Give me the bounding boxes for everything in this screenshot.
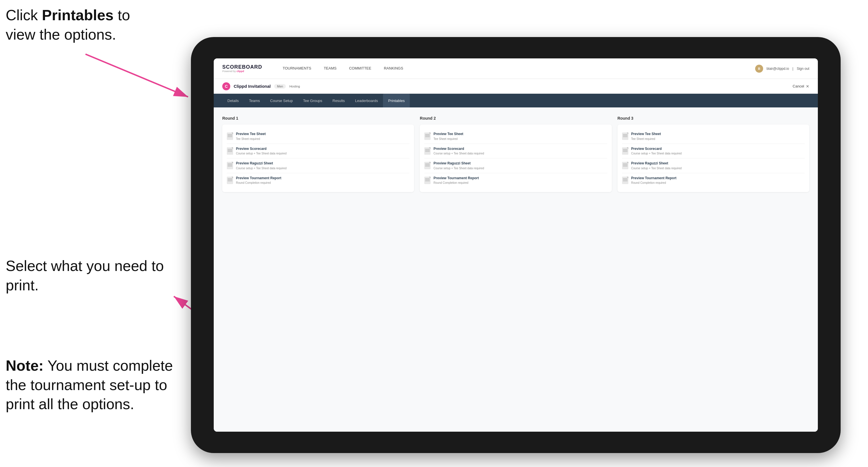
tab-teams[interactable]: Teams bbox=[244, 94, 265, 107]
tournament-name: Clippd Invitational bbox=[234, 84, 271, 89]
doc-icon bbox=[622, 147, 628, 155]
print-title: Preview Raguzzi Sheet bbox=[236, 161, 286, 166]
round-1-card: Preview Tee Sheet Tee Sheet required Pre… bbox=[222, 125, 414, 192]
hosting-badge: Hosting bbox=[289, 85, 300, 88]
round-1-title: Round 1 bbox=[222, 116, 414, 121]
doc-icon bbox=[227, 162, 233, 169]
cancel-x-icon[interactable]: ✕ bbox=[806, 84, 809, 89]
doc-icon bbox=[424, 147, 431, 155]
round-3-scorecard[interactable]: Preview Scorecard Course setup + Tee She… bbox=[622, 144, 805, 159]
round-2-column: Round 2 Preview Tee Sheet Tee Sheet requ… bbox=[420, 116, 612, 192]
tournament-badge: Men bbox=[274, 84, 286, 89]
tab-leaderboards[interactable]: Leaderboards bbox=[350, 94, 383, 107]
doc-icon bbox=[227, 132, 233, 140]
print-subtitle: Course setup + Tee Sheet data required bbox=[236, 152, 286, 155]
round-3-tee-sheet[interactable]: Preview Tee Sheet Tee Sheet required bbox=[622, 129, 805, 144]
nav-rankings[interactable]: RANKINGS bbox=[378, 58, 409, 79]
print-title: Preview Scorecard bbox=[433, 147, 484, 151]
tablet-screen: SCOREBOARD Powered by clippd TOURNAMENTS… bbox=[214, 58, 818, 432]
cancel-button[interactable]: Cancel bbox=[793, 84, 804, 88]
user-avatar: B bbox=[755, 65, 763, 73]
print-title: Preview Raguzzi Sheet bbox=[433, 161, 484, 166]
doc-icon bbox=[622, 177, 628, 184]
doc-icon bbox=[622, 162, 628, 169]
print-text: Preview Tournament Report Round Completi… bbox=[236, 176, 281, 185]
separator: | bbox=[793, 67, 793, 71]
annotation-middle: Select what you need to print. bbox=[6, 256, 182, 295]
main-nav-items: TOURNAMENTS TEAMS COMMITTEE RANKINGS bbox=[276, 58, 755, 79]
print-subtitle: Course setup + Tee Sheet data required bbox=[631, 152, 682, 155]
content-area: Round 1 Preview Tee Sheet Tee Sheet requ… bbox=[214, 107, 818, 432]
print-text: Preview Raguzzi Sheet Course setup + Tee… bbox=[433, 161, 484, 170]
print-subtitle: Round Completion required bbox=[631, 181, 677, 185]
print-title: Preview Scorecard bbox=[236, 147, 286, 151]
print-title: Preview Tournament Report bbox=[433, 176, 479, 181]
print-subtitle: Course setup + Tee Sheet data required bbox=[433, 152, 484, 155]
tab-printables[interactable]: Printables bbox=[383, 94, 410, 107]
sign-out-link[interactable]: Sign out bbox=[797, 67, 809, 71]
tablet-frame: SCOREBOARD Powered by clippd TOURNAMENTS… bbox=[191, 37, 841, 453]
secondary-nav: C Clippd Invitational Men Hosting Cancel… bbox=[214, 79, 818, 94]
doc-icon bbox=[424, 177, 431, 184]
round-3-column: Round 3 Preview Tee Sheet Tee Sheet requ… bbox=[618, 116, 809, 192]
print-subtitle: Tee Sheet required bbox=[236, 137, 266, 141]
annotation-bottom: Note: You must complete the tournament s… bbox=[6, 356, 191, 414]
print-text: Preview Tournament Report Round Completi… bbox=[631, 176, 677, 185]
nav-committee[interactable]: COMMITTEE bbox=[343, 58, 378, 79]
print-text: Preview Tee Sheet Tee Sheet required bbox=[631, 132, 661, 141]
tab-details[interactable]: Details bbox=[222, 94, 244, 107]
powered-by: Powered by clippd bbox=[222, 70, 262, 73]
app-title: SCOREBOARD bbox=[222, 64, 262, 70]
print-subtitle: Tee Sheet required bbox=[631, 137, 661, 141]
annotation-bold: Printables bbox=[42, 7, 114, 23]
print-title: Preview Scorecard bbox=[631, 147, 682, 151]
round-3-title: Round 3 bbox=[618, 116, 809, 121]
nav-teams[interactable]: TEAMS bbox=[317, 58, 343, 79]
annotation-top: Click Printables toview the options. bbox=[6, 6, 130, 44]
print-subtitle: Tee Sheet required bbox=[433, 137, 463, 141]
tab-nav: Details Teams Course Setup Tee Groups Re… bbox=[214, 94, 818, 107]
tab-tee-groups[interactable]: Tee Groups bbox=[298, 94, 328, 107]
arrow-top-icon bbox=[80, 49, 199, 105]
tab-course-setup[interactable]: Course Setup bbox=[265, 94, 298, 107]
round-1-raguzzi[interactable]: Preview Raguzzi Sheet Course setup + Tee… bbox=[227, 158, 409, 173]
print-subtitle: Round Completion required bbox=[433, 181, 479, 185]
print-title: Preview Tournament Report bbox=[236, 176, 281, 181]
doc-icon bbox=[424, 132, 431, 140]
nav-right: B blair@clippd.io | Sign out bbox=[755, 65, 809, 73]
print-subtitle: Course setup + Tee Sheet data required bbox=[433, 166, 484, 170]
print-text: Preview Raguzzi Sheet Course setup + Tee… bbox=[631, 161, 682, 170]
round-2-scorecard[interactable]: Preview Scorecard Course setup + Tee She… bbox=[424, 144, 607, 159]
brand-name: clippd bbox=[237, 70, 244, 73]
print-text: Preview Scorecard Course setup + Tee She… bbox=[433, 147, 484, 156]
scoreboard-logo: SCOREBOARD Powered by clippd bbox=[222, 64, 262, 73]
tournament-info: C Clippd Invitational Men Hosting bbox=[222, 82, 793, 90]
round-2-card: Preview Tee Sheet Tee Sheet required Pre… bbox=[420, 125, 612, 192]
print-subtitle: Course setup + Tee Sheet data required bbox=[631, 166, 682, 170]
round-1-tee-sheet[interactable]: Preview Tee Sheet Tee Sheet required bbox=[227, 129, 409, 144]
round-1-scorecard[interactable]: Preview Scorecard Course setup + Tee She… bbox=[227, 144, 409, 159]
doc-icon bbox=[227, 147, 233, 155]
print-text: Preview Tournament Report Round Completi… bbox=[433, 176, 479, 185]
round-2-tournament-report[interactable]: Preview Tournament Report Round Completi… bbox=[424, 173, 607, 188]
print-title: Preview Tee Sheet bbox=[631, 132, 661, 136]
tab-results[interactable]: Results bbox=[328, 94, 350, 107]
annotation-note-bold: Note: bbox=[6, 357, 43, 374]
doc-icon bbox=[424, 162, 431, 169]
doc-icon bbox=[622, 132, 628, 140]
round-2-tee-sheet[interactable]: Preview Tee Sheet Tee Sheet required bbox=[424, 129, 607, 144]
doc-icon bbox=[227, 177, 233, 184]
round-3-tournament-report[interactable]: Preview Tournament Report Round Completi… bbox=[622, 173, 805, 188]
nav-tournaments[interactable]: TOURNAMENTS bbox=[276, 58, 317, 79]
round-2-raguzzi[interactable]: Preview Raguzzi Sheet Course setup + Tee… bbox=[424, 158, 607, 173]
rounds-grid: Round 1 Preview Tee Sheet Tee Sheet requ… bbox=[222, 116, 809, 192]
svg-line-1 bbox=[86, 54, 188, 97]
round-1-column: Round 1 Preview Tee Sheet Tee Sheet requ… bbox=[222, 116, 414, 192]
print-text: Preview Scorecard Course setup + Tee She… bbox=[631, 147, 682, 156]
tournament-icon: C bbox=[222, 82, 230, 90]
print-text: Preview Tee Sheet Tee Sheet required bbox=[433, 132, 463, 141]
print-subtitle: Round Completion required bbox=[236, 181, 281, 185]
round-3-raguzzi[interactable]: Preview Raguzzi Sheet Course setup + Tee… bbox=[622, 158, 805, 173]
print-title: Preview Raguzzi Sheet bbox=[631, 161, 682, 166]
round-1-tournament-report[interactable]: Preview Tournament Report Round Completi… bbox=[227, 173, 409, 188]
